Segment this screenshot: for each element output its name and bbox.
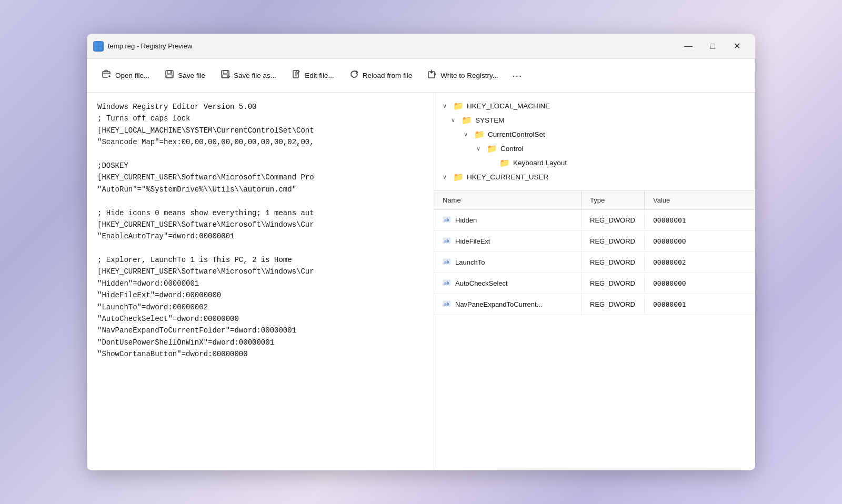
edit-file-icon — [291, 69, 302, 82]
tree-item-control[interactable]: ∨ 📁 Control — [438, 142, 751, 156]
title-bar: temp.reg - Registry Preview — □ ✕ — [87, 34, 755, 59]
name-navpane: NavPaneExpandToCurrent... — [455, 300, 542, 308]
reload-icon — [349, 69, 359, 82]
tree-label-system: SYSTEM — [475, 116, 505, 124]
chevron-keyboard — [489, 160, 496, 166]
folder-icon-hklm: 📁 — [453, 101, 464, 111]
registry-panel: ∨ 📁 HKEY_LOCAL_MACHINE ∨ 📁 SYSTEM ∨ 📁 Cu… — [434, 93, 755, 470]
registry-tree: ∨ 📁 HKEY_LOCAL_MACHINE ∨ 📁 SYSTEM ∨ 📁 Cu… — [434, 93, 755, 191]
chevron-system: ∨ — [451, 117, 458, 124]
chevron-hkcu: ∨ — [443, 174, 450, 180]
folder-icon-ccs: 📁 — [474, 129, 485, 139]
folder-icon-control: 📁 — [487, 144, 497, 154]
reload-from-file-button[interactable]: Reload from file — [343, 66, 419, 85]
header-type: Type — [582, 191, 645, 209]
chevron-control: ∨ — [476, 145, 484, 152]
tree-label-hklm: HKEY_LOCAL_MACHINE — [467, 102, 550, 110]
svg-text:ab: ab — [444, 281, 449, 286]
svg-rect-1 — [99, 43, 102, 46]
reload-from-file-label: Reload from file — [363, 72, 413, 79]
svg-text:ab: ab — [444, 302, 449, 307]
chevron-ccs: ∨ — [464, 131, 471, 138]
svg-rect-2 — [95, 47, 98, 50]
folder-icon-hkcu: 📁 — [453, 172, 464, 182]
svg-text:ab: ab — [444, 260, 449, 265]
save-file-label: Save file — [178, 72, 205, 79]
tree-item-keyboard[interactable]: 📁 Keyboard Layout — [438, 156, 751, 170]
reg-dword-icon: ab — [443, 236, 451, 246]
name-launchto: LaunchTo — [455, 258, 485, 266]
registry-text-content[interactable]: Windows Registry Editor Version 5.00 ; T… — [87, 93, 434, 470]
open-file-label: Open file... — [115, 72, 149, 79]
reg-dword-icon: ab — [443, 299, 451, 309]
table-row[interactable]: ab AutoCheckSelect REG_DWORD 00000000 — [434, 273, 755, 294]
svg-rect-11 — [223, 70, 227, 74]
window-title: temp.reg - Registry Preview — [108, 42, 192, 50]
write-to-registry-button[interactable]: Write to Registry... — [420, 66, 505, 85]
tree-label-ccs: CurrentControlSet — [488, 130, 545, 138]
folder-icon-system: 📁 — [462, 115, 472, 125]
cell-type-hidden: REG_DWORD — [582, 211, 645, 229]
edit-file-label: Edit file... — [305, 72, 334, 79]
registry-values-table: Name Type Value ab Hidden — [434, 191, 755, 470]
tree-label-control: Control — [500, 145, 524, 153]
header-name: Name — [434, 191, 582, 209]
toolbar: Open file... Save file — [87, 59, 755, 93]
edit-file-button[interactable]: Edit file... — [285, 66, 340, 85]
table-row[interactable]: ab Hidden REG_DWORD 00000001 — [434, 210, 755, 231]
table-header: Name Type Value — [434, 191, 755, 210]
open-file-icon — [102, 69, 112, 82]
tree-item-system[interactable]: ∨ 📁 SYSTEM — [438, 113, 751, 127]
cell-value-navpane: 00000001 — [645, 295, 755, 314]
name-hidden: Hidden — [455, 216, 477, 224]
tree-label-hkcu: HKEY_CURRENT_USER — [467, 173, 548, 181]
svg-rect-12 — [223, 75, 228, 77]
save-file-button[interactable]: Save file — [158, 66, 212, 85]
text-editor-panel: Windows Registry Editor Version 5.00 ; T… — [87, 93, 434, 470]
cell-value-launchto: 00000002 — [645, 253, 755, 271]
close-button[interactable]: ✕ — [725, 38, 749, 55]
tree-item-hklm[interactable]: ∨ 📁 HKEY_LOCAL_MACHINE — [438, 99, 751, 113]
write-to-registry-label: Write to Registry... — [440, 72, 498, 79]
svg-rect-9 — [171, 71, 172, 73]
save-file-as-label: Save file as... — [234, 72, 276, 79]
save-file-as-icon — [220, 69, 230, 82]
name-hidefileext: HideFileExt — [455, 237, 490, 245]
table-row[interactable]: ab NavPaneExpandToCurrent... REG_DWORD 0… — [434, 294, 755, 315]
folder-icon-keyboard: 📁 — [499, 158, 510, 168]
svg-text:ab: ab — [444, 218, 449, 223]
svg-rect-0 — [95, 43, 98, 46]
maximize-button[interactable]: □ — [700, 38, 725, 55]
cell-name-hidefileext: ab HideFileExt — [434, 231, 582, 251]
reg-dword-icon: ab — [443, 278, 451, 288]
open-file-button[interactable]: Open file... — [95, 66, 156, 85]
table-row[interactable]: ab HideFileExt REG_DWORD 00000000 — [434, 231, 755, 252]
tree-label-keyboard: Keyboard Layout — [513, 159, 567, 167]
reg-dword-icon: ab — [443, 257, 451, 267]
cell-value-autocheckselect: 00000000 — [645, 274, 755, 293]
content-area: Windows Registry Editor Version 5.00 ; T… — [87, 93, 755, 470]
cell-name-launchto: ab LaunchTo — [434, 252, 582, 273]
main-window: temp.reg - Registry Preview — □ ✕ Open f… — [87, 34, 755, 470]
chevron-hklm: ∨ — [443, 103, 450, 109]
app-icon — [93, 41, 104, 52]
title-bar-left: temp.reg - Registry Preview — [93, 41, 192, 52]
cell-name-hidden: ab Hidden — [434, 210, 582, 230]
cell-name-navpane: ab NavPaneExpandToCurrent... — [434, 294, 582, 315]
svg-text:ab: ab — [444, 239, 449, 244]
cell-value-hidden: 00000001 — [645, 211, 755, 229]
save-file-icon — [164, 69, 175, 82]
cell-type-launchto: REG_DWORD — [582, 253, 645, 271]
cell-type-navpane: REG_DWORD — [582, 295, 645, 314]
more-options-button[interactable]: ··· — [507, 66, 528, 85]
write-to-registry-icon — [427, 69, 437, 82]
svg-rect-8 — [167, 75, 172, 77]
cell-name-autocheckselect: ab AutoCheckSelect — [434, 273, 582, 294]
tree-item-hkcu[interactable]: ∨ 📁 HKEY_CURRENT_USER — [438, 170, 751, 184]
name-autocheckselect: AutoCheckSelect — [455, 279, 508, 287]
svg-rect-3 — [99, 47, 102, 50]
tree-item-ccs[interactable]: ∨ 📁 CurrentControlSet — [438, 127, 751, 142]
table-row[interactable]: ab LaunchTo REG_DWORD 00000002 — [434, 252, 755, 273]
minimize-button[interactable]: — — [676, 38, 700, 55]
save-file-as-button[interactable]: Save file as... — [214, 66, 283, 85]
